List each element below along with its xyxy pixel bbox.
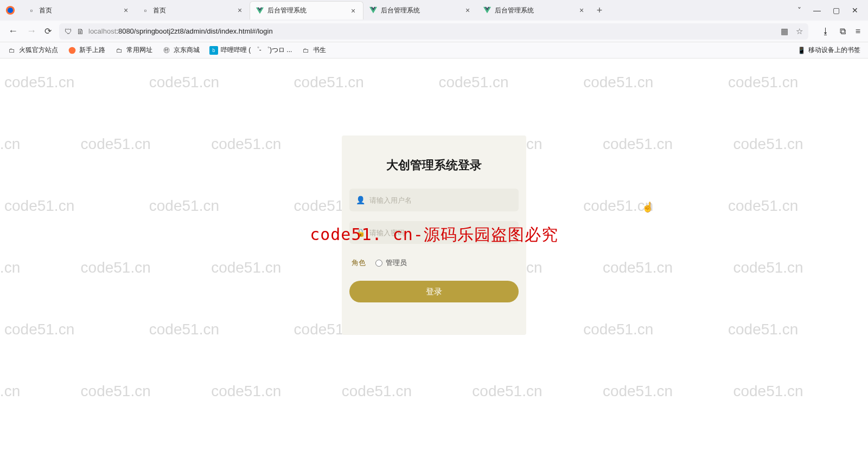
bookmark-label: 书生 xyxy=(313,46,326,55)
role-label: 角色 xyxy=(352,258,366,268)
tab-admin-1[interactable]: 后台管理系统 × xyxy=(250,1,363,20)
mobile-bookmarks[interactable]: 📱移动设备上的书签 xyxy=(797,46,860,55)
bookmark-item[interactable]: b哔哩哔哩 ( ゜- ゜)つロ ... xyxy=(209,46,292,55)
watermark-cell: code51.cn xyxy=(4,197,140,215)
watermark-cell: code51.cn xyxy=(728,197,864,215)
tab-home-1[interactable]: ▫ 首页 × xyxy=(22,1,136,20)
close-icon[interactable]: × xyxy=(463,6,472,15)
bookmarks-bar: 🗀火狐官方站点 新手上路 🗀常用网址 ㊕京东商城 b哔哩哔哩 ( ゜- ゜)つロ… xyxy=(0,42,868,59)
password-input[interactable] xyxy=(369,229,512,237)
watermark-cell: code51.cn xyxy=(728,74,864,91)
watermark-cell: code51.cn xyxy=(81,383,212,400)
menu-icon[interactable]: ≡ xyxy=(856,27,860,36)
watermark-cell: code51.cn xyxy=(603,135,733,153)
bookmark-label: 新手上路 xyxy=(79,46,105,55)
bookmark-item[interactable]: 🗀火狐官方站点 xyxy=(8,46,58,55)
window-maximize-icon[interactable]: ▢ xyxy=(833,6,840,15)
watermark-cell: code51.cn xyxy=(603,259,733,276)
login-button[interactable]: 登录 xyxy=(349,281,519,302)
folder-icon: 🗀 xyxy=(115,46,124,55)
watermark-cell: code51.cn xyxy=(583,74,719,91)
user-icon: 👤 xyxy=(356,196,365,204)
close-icon[interactable]: × xyxy=(235,6,244,15)
folder-icon: 🗀 xyxy=(8,46,16,55)
username-input[interactable] xyxy=(369,196,512,204)
bookmark-label: 哔哩哔哩 ( ゜- ゜)つロ ... xyxy=(221,46,292,55)
watermark-cell: code51.cn xyxy=(583,321,719,338)
role-option-admin[interactable]: 管理员 xyxy=(375,258,407,268)
extensions-icon[interactable]: ⧉ xyxy=(840,27,846,36)
jd-icon: ㊕ xyxy=(162,46,171,55)
watermark-cell: code51.cn xyxy=(438,74,574,91)
watermark-cell: code51.cn xyxy=(472,383,603,400)
watermark-cell: code51.cn xyxy=(342,383,473,400)
qr-icon[interactable]: ▦ xyxy=(781,27,788,36)
window-close-icon[interactable]: ✕ xyxy=(852,6,858,15)
firefox-icon xyxy=(68,46,76,55)
tab-title: 首页 xyxy=(153,6,232,15)
vue-favicon xyxy=(483,6,492,15)
bookmark-item[interactable]: 🗀常用网址 xyxy=(115,46,152,55)
close-icon[interactable]: × xyxy=(349,7,358,15)
bookmark-label: 移动设备上的书签 xyxy=(808,46,860,55)
tab-title: 后台管理系统 xyxy=(267,6,346,15)
watermark-cell: code51.cn xyxy=(149,197,285,215)
bilibili-icon: b xyxy=(209,46,218,55)
vue-favicon xyxy=(369,6,378,15)
bookmark-star-icon[interactable]: ☆ xyxy=(796,27,803,36)
watermark-cell: code51.cn xyxy=(4,74,140,91)
nav-forward-icon[interactable]: → xyxy=(26,25,37,37)
watermark-cell: code51.cn xyxy=(294,74,430,91)
watermark-cell: code51.cn xyxy=(81,259,212,276)
watermark-cell: code51.cn xyxy=(733,135,864,153)
svg-point-1 xyxy=(8,8,13,13)
role-radio-admin[interactable] xyxy=(375,260,382,267)
bookmark-item[interactable]: 🗀书生 xyxy=(302,46,326,55)
folder-icon: 🗀 xyxy=(302,46,310,55)
bookmark-item[interactable]: ㊕京东商城 xyxy=(162,46,200,55)
watermark-row: code51.cn code51.cn code51.cn code51.cn … xyxy=(0,383,868,400)
login-title: 大创管理系统登录 xyxy=(349,157,519,173)
tab-admin-2[interactable]: 后台管理系统 × xyxy=(363,1,477,20)
mobile-icon: 📱 xyxy=(797,46,806,55)
tab-admin-3[interactable]: 后台管理系统 × xyxy=(477,1,591,20)
address-host: localhost xyxy=(88,27,116,35)
watermark-row: code51.cn code51.cn code51.cn code51.cn … xyxy=(0,74,868,91)
watermark-cell: code51.cn xyxy=(0,135,81,153)
page-info-icon: 🗎 xyxy=(76,27,84,36)
watermark-cell: code51.cn xyxy=(211,135,342,153)
downloads-icon[interactable]: ⭳ xyxy=(821,27,830,36)
password-field-wrapper: 🔒 xyxy=(349,221,519,244)
close-icon[interactable]: × xyxy=(577,6,586,15)
tabs-overflow-icon[interactable]: ˅ xyxy=(797,6,801,15)
address-path: :8080/springbootj2zt8/admin/dist/index.h… xyxy=(116,27,272,35)
username-field-wrapper: 👤 xyxy=(349,189,519,211)
watermark-cell: code51.cn xyxy=(149,321,285,338)
address-bar[interactable]: 🛡 🗎 localhost:8080/springbootj2zt8/admin… xyxy=(59,23,808,40)
bookmark-label: 常用网址 xyxy=(126,46,152,55)
svg-point-8 xyxy=(69,47,76,54)
watermark-cell: code51.cn xyxy=(0,259,81,276)
bookmark-item[interactable]: 新手上路 xyxy=(68,46,105,55)
tab-home-2[interactable]: ▫ 首页 × xyxy=(136,1,250,20)
vue-favicon xyxy=(256,7,264,15)
nav-toolbar: ← → ⟳ 🛡 🗎 localhost:8080/springbootj2zt8… xyxy=(0,21,868,42)
watermark-cell: code51.cn xyxy=(603,383,733,400)
watermark-cell: code51.cn xyxy=(211,383,342,400)
tab-title: 后台管理系统 xyxy=(381,6,460,15)
role-row: 角色 管理员 xyxy=(349,254,519,281)
watermark-cell: code51.cn xyxy=(211,259,342,276)
tab-title: 后台管理系统 xyxy=(495,6,574,15)
bookmark-label: 火狐官方站点 xyxy=(19,46,58,55)
reload-icon[interactable]: ⟳ xyxy=(44,26,52,36)
watermark-cell: code51.cn xyxy=(583,197,719,215)
window-minimize-icon[interactable]: — xyxy=(813,6,821,15)
watermark-cell: code51.cn xyxy=(81,135,212,153)
shield-icon: 🛡 xyxy=(65,27,72,36)
tab-strip: ▫ 首页 × ▫ 首页 × 后台管理系统 × 后台管理系统 × xyxy=(0,0,868,21)
nav-back-icon[interactable]: ← xyxy=(8,25,18,37)
new-tab-button[interactable]: + xyxy=(591,5,608,16)
close-icon[interactable]: × xyxy=(122,6,130,15)
generic-favicon: ▫ xyxy=(27,6,36,15)
lock-icon: 🔒 xyxy=(356,228,365,237)
